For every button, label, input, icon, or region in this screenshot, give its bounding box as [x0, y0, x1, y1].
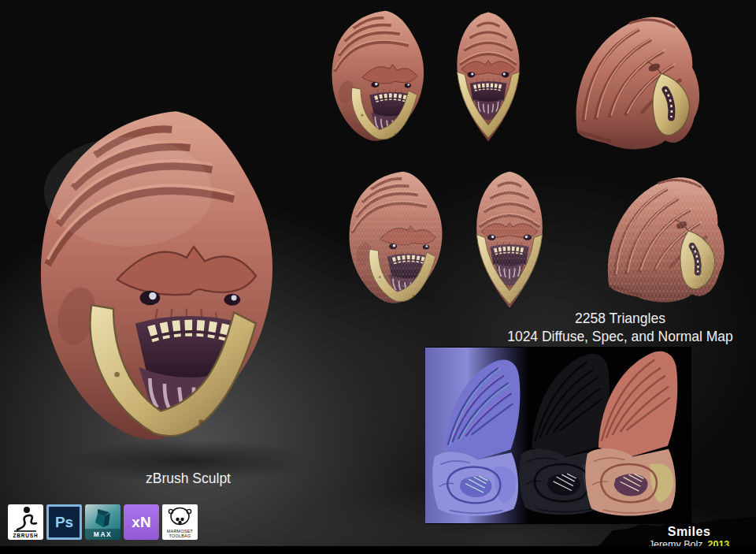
render-textured-front: [457, 13, 519, 142]
3ds-max-label: MAX: [85, 530, 120, 538]
texture-map-panel: [425, 347, 691, 524]
render-wireframe-profile: [608, 177, 724, 302]
photoshop-label: Ps: [55, 514, 73, 531]
marmoset-toolbag-label: MARMOSET TOOLBAG: [162, 530, 198, 538]
portfolio-sheet: 2258 Triangles 1024 Diffuse, Spec, and N…: [0, 0, 756, 554]
zbrush-logo-icon: [8, 504, 43, 533]
zbrush-label: ZBRUSH: [8, 533, 43, 538]
artwork-title: Smiles: [638, 525, 740, 539]
photoshop-badge: Ps: [46, 504, 82, 540]
sculpt-render-main: [41, 111, 272, 440]
xnormal-label: xN: [132, 514, 150, 531]
render-wireframe-front: [476, 172, 543, 308]
sculpt-caption: zBrush Sculpt: [109, 470, 267, 487]
render-wireframe-three-quarter: [350, 172, 443, 303]
bottom-black-bar: [0, 546, 756, 554]
3ds-max-badge: MAX: [85, 504, 120, 540]
software-badge-row: ZBRUSH Ps MAX xN: [8, 504, 198, 540]
zbrush-badge: ZBRUSH: [8, 504, 43, 540]
stats-triangles: 2258 Triangles: [484, 310, 756, 328]
render-textured-profile: [576, 17, 699, 150]
marmoset-monkey-icon: [162, 504, 198, 530]
marmoset-toolbag-badge: MARMOSET TOOLBAG: [162, 504, 198, 540]
xnormal-badge: xN: [124, 504, 159, 540]
stats-maps: 1024 Diffuse, Spec, and Normal Map: [484, 328, 756, 346]
model-stats: 2258 Triangles 1024 Diffuse, Spec, and N…: [484, 310, 756, 346]
render-textured-three-quarter: [332, 11, 424, 141]
